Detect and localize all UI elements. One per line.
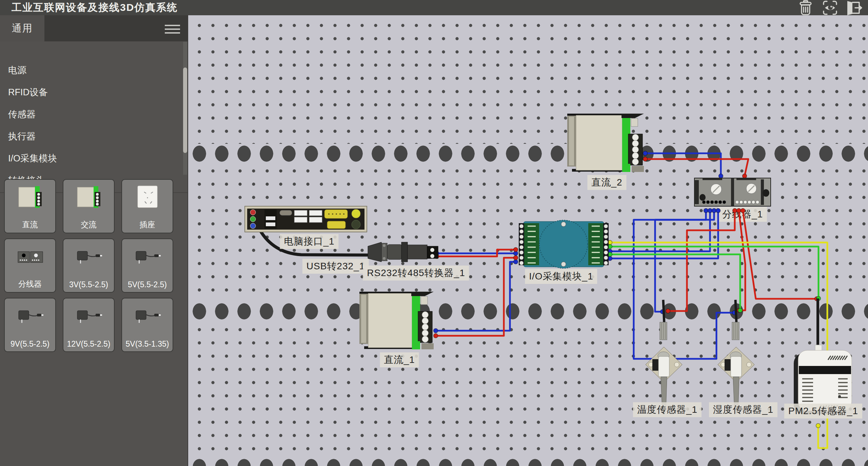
wire-connector[interactable] — [816, 424, 821, 428]
device-label: 直流_1 — [380, 352, 419, 367]
device-分线器_1[interactable] — [694, 178, 771, 206]
wire-green[interactable] — [610, 254, 740, 310]
app-title: 工业互联网设备及接线3D仿真系统 — [12, 1, 178, 15]
sidebar-item-0[interactable]: 电源 — [0, 59, 188, 81]
dc-part-icon — [15, 184, 46, 213]
part-card-2[interactable]: 插座 — [121, 179, 173, 233]
wire-blue[interactable] — [645, 153, 721, 176]
adapter-part-icon — [15, 303, 46, 332]
door-exit-icon — [846, 0, 863, 16]
wire-connector[interactable] — [434, 329, 438, 333]
wire-blue[interactable] — [655, 211, 706, 312]
wire-connector[interactable] — [737, 209, 741, 213]
toolbar-icons — [797, 1, 863, 15]
device-温度传感器_1[interactable] — [646, 322, 682, 413]
wire-connector[interactable] — [514, 248, 518, 252]
device-I/O采集模块_1[interactable] — [519, 220, 609, 268]
part-card-4[interactable]: 3V(5.5-2.5) — [63, 238, 115, 293]
device-电脑接口_1[interactable] — [245, 206, 367, 232]
wire-connector[interactable] — [514, 256, 518, 260]
part-card-3[interactable]: 分线器 — [4, 238, 56, 293]
sidebar-item-3[interactable]: 执行器 — [0, 125, 188, 148]
wire-blue[interactable] — [634, 211, 734, 359]
wire-red[interactable] — [645, 159, 748, 176]
device-label: 电脑接口_1 — [280, 234, 338, 249]
exit-button[interactable] — [846, 1, 863, 15]
wire-connector[interactable] — [719, 174, 723, 178]
wire-connector[interactable] — [514, 260, 518, 264]
wire-black[interactable] — [735, 300, 736, 323]
sidebar-item-1[interactable]: RFID设备 — [0, 81, 188, 103]
wire-connector[interactable] — [704, 209, 708, 213]
sidebar-item-2[interactable]: 传感器 — [0, 103, 188, 125]
part-card-label: 9V(5.5-2.5) — [5, 339, 55, 349]
workspace-canvas[interactable]: 直流_2电脑接口_1USB转232_1RS232转485转换器_1I/O采集模块… — [188, 15, 868, 466]
parts-sidebar: 通用 电源RFID设备传感器执行器I/O采集模块转换接头 直流交流插座分线器3V… — [0, 15, 188, 466]
wire-connector[interactable] — [733, 209, 737, 213]
socket-part-icon — [132, 184, 163, 213]
parts-card-grid: 直流交流插座分线器3V(5.5-2.5)5V(5.5-2.5)9V(5.5-2.… — [4, 179, 173, 352]
wire-connector[interactable] — [716, 209, 721, 213]
device-直流_2[interactable] — [567, 114, 644, 172]
adapter-part-icon — [73, 303, 104, 332]
part-card-label: 交流 — [63, 219, 114, 230]
device-label: I/O采集模块_1 — [525, 269, 597, 284]
device-直流_1[interactable] — [359, 292, 434, 349]
wire-connector[interactable] — [712, 209, 716, 213]
hamburger-icon[interactable] — [165, 25, 180, 34]
part-card-label: 插座 — [122, 219, 173, 230]
part-card-7[interactable]: 12V(5.5-2.5) — [63, 298, 115, 352]
category-list: 电源RFID设备传感器执行器I/O采集模块转换接头 — [0, 59, 188, 192]
wire-connector[interactable] — [643, 151, 648, 156]
wire-connector[interactable] — [738, 308, 743, 313]
eye-scan-icon — [822, 0, 838, 16]
part-card-label: 直流 — [5, 219, 55, 230]
part-card-8[interactable]: 5V(3.5-1.35) — [121, 298, 173, 352]
part-card-label: 分线器 — [5, 279, 55, 289]
preview-button[interactable] — [822, 1, 838, 15]
device-label: PM2.5传感器_1 — [784, 404, 862, 419]
part-card-label: 5V(3.5-1.35) — [122, 339, 173, 349]
title-bar: 工业互联网设备及接线3D仿真系统 — [0, 0, 868, 15]
adapter-part-icon — [132, 303, 163, 332]
device-湿度传感器_1[interactable] — [718, 322, 754, 413]
part-card-0[interactable]: 直流 — [4, 179, 56, 233]
wire-connector[interactable] — [741, 209, 745, 213]
dc-part-icon — [73, 184, 104, 213]
device-label: 直流_2 — [587, 175, 626, 190]
device-label: 湿度传感器_1 — [709, 402, 777, 417]
sidebar-tabbar: 通用 — [0, 15, 188, 41]
part-card-6[interactable]: 9V(5.5-2.5) — [4, 298, 56, 352]
tab-general[interactable]: 通用 — [0, 15, 44, 41]
trash-icon — [798, 0, 813, 16]
device-label: 温度传感器_1 — [633, 402, 702, 417]
wire-black[interactable] — [663, 300, 664, 323]
delete-button[interactable] — [797, 1, 814, 15]
part-card-1[interactable]: 交流 — [63, 179, 115, 233]
wire-connector[interactable] — [643, 157, 648, 161]
wire-red[interactable] — [668, 211, 735, 311]
part-card-5[interactable]: 5V(5.5-2.5) — [121, 238, 173, 293]
wire-connector[interactable] — [434, 334, 438, 338]
wire-connector[interactable] — [708, 209, 712, 213]
wire-red[interactable] — [743, 211, 817, 299]
part-card-label: 3V(5.5-2.5) — [63, 280, 114, 289]
wire-connector[interactable] — [666, 309, 670, 313]
wire-connector[interactable] — [743, 174, 747, 178]
part-card-label: 5V(5.5-2.5) — [122, 280, 173, 289]
part-card-label: 12V(5.5-2.5) — [63, 339, 114, 349]
adapter-part-icon — [132, 243, 163, 272]
adapter-part-icon — [73, 243, 104, 272]
sidebar-item-4[interactable]: I/O采集模块 — [0, 148, 188, 170]
splitter-part-icon — [15, 243, 46, 272]
sidebar-scrollbar-thumb[interactable] — [183, 67, 187, 153]
device-RS232转485转换器_1[interactable] — [368, 242, 438, 262]
device-label: RS232转485转换器_1 — [363, 266, 469, 280]
